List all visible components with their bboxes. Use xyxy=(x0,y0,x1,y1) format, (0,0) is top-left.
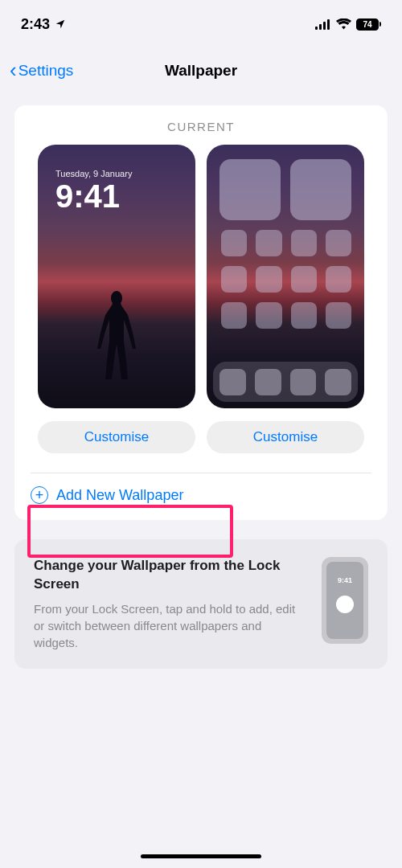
widget-placeholder xyxy=(219,159,281,220)
app-icon-placeholder xyxy=(291,266,317,293)
navigation-bar: ‹ Settings Wallpaper xyxy=(0,48,402,92)
svg-rect-3 xyxy=(327,19,330,30)
page-title: Wallpaper xyxy=(165,62,237,80)
tip-phone-dot-icon xyxy=(336,596,354,613)
svg-rect-2 xyxy=(323,22,326,30)
app-icon-placeholder xyxy=(221,266,247,293)
customise-row: Customise Customise xyxy=(31,421,371,453)
back-label: Settings xyxy=(18,62,74,80)
tip-description: From your Lock Screen, tap and hold to a… xyxy=(34,600,306,651)
lockscreen-date: Tuesday, 9 January xyxy=(55,169,132,178)
cellular-signal-icon xyxy=(315,19,331,30)
dock-icon-placeholder xyxy=(325,369,351,395)
lockscreen-preview[interactable]: Tuesday, 9 January 9:41 xyxy=(38,145,195,408)
svg-rect-0 xyxy=(315,27,318,30)
homescreen-preview[interactable] xyxy=(207,145,364,408)
app-icon-placeholder xyxy=(326,266,351,293)
customise-homescreen-button[interactable]: Customise xyxy=(207,421,364,453)
tip-phone-illustration: 9:41 xyxy=(322,557,368,644)
battery-indicator: 74 xyxy=(356,18,381,31)
wifi-icon xyxy=(336,18,351,30)
add-new-wallpaper-label: Add New Wallpaper xyxy=(56,487,183,504)
location-icon xyxy=(55,18,66,30)
lockscreen-time: 9:41 xyxy=(55,180,132,212)
app-icon-placeholder xyxy=(221,230,247,256)
dock-icon-placeholder xyxy=(290,369,317,395)
app-icon-placeholder xyxy=(326,302,351,329)
app-icon-placeholder xyxy=(291,230,317,256)
dock-icon-placeholder xyxy=(255,369,281,395)
add-new-wallpaper-button[interactable]: + Add New Wallpaper xyxy=(31,473,371,504)
customise-lockscreen-button[interactable]: Customise xyxy=(38,421,195,453)
widget-placeholder xyxy=(290,159,351,220)
svg-rect-1 xyxy=(319,24,322,30)
tip-phone-time: 9:41 xyxy=(338,576,352,584)
back-button[interactable]: ‹ Settings xyxy=(10,58,73,83)
wallpaper-figure-silhouette xyxy=(92,291,141,379)
app-icon-placeholder xyxy=(256,230,281,256)
section-header-current: CURRENT xyxy=(31,120,371,133)
lockscreen-tip-card: Change your Wallpaper from the Lock Scre… xyxy=(14,539,388,669)
battery-level: 74 xyxy=(356,18,379,31)
app-icon-placeholder xyxy=(221,302,247,329)
lockscreen-clock: Tuesday, 9 January 9:41 xyxy=(55,169,132,212)
status-left: 2:43 xyxy=(21,16,66,33)
home-indicator[interactable] xyxy=(141,854,261,858)
homescreen-dock xyxy=(213,362,358,402)
chevron-left-icon: ‹ xyxy=(10,58,17,83)
plus-circle-icon: + xyxy=(31,486,48,504)
wallpaper-previews: Tuesday, 9 January 9:41 xyxy=(31,145,371,408)
current-wallpaper-card: CURRENT Tuesday, 9 January 9:41 xyxy=(14,105,388,520)
app-icon-placeholder xyxy=(326,230,351,256)
app-icon-placeholder xyxy=(291,302,317,329)
app-icon-placeholder xyxy=(256,266,281,293)
dock-icon-placeholder xyxy=(219,369,246,395)
status-time: 2:43 xyxy=(21,16,50,33)
status-bar: 2:43 74 xyxy=(0,0,402,48)
app-icon-placeholder xyxy=(256,302,281,329)
status-right: 74 xyxy=(315,18,381,31)
tip-title: Change your Wallpaper from the Lock Scre… xyxy=(34,557,306,594)
